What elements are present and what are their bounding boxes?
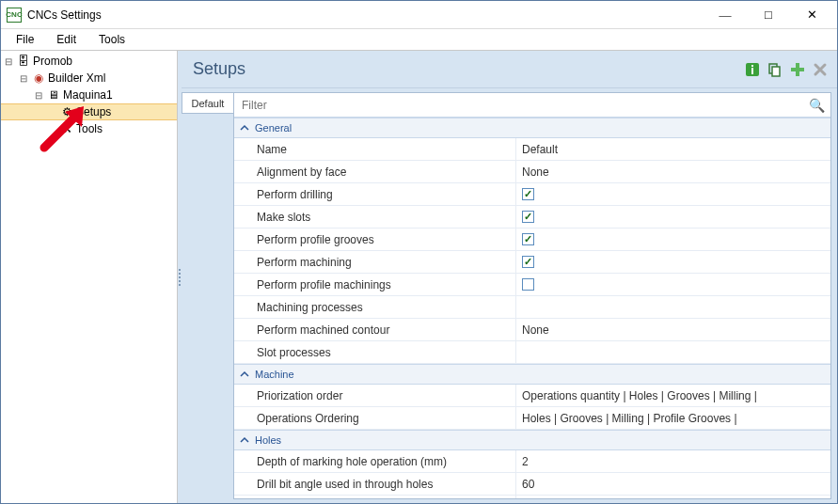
prop-value-contour[interactable]: None	[516, 319, 830, 340]
prop-label: Machining processes	[234, 296, 516, 318]
prop-value-align[interactable]: None	[516, 161, 830, 182]
prop-value-slotproc[interactable]	[516, 341, 830, 363]
prop-label: Perform profile machinings	[234, 274, 516, 295]
tree-label: Setups	[76, 105, 111, 118]
tree-collapse-icon[interactable]: ⊟	[18, 73, 29, 84]
copy-icon	[767, 62, 783, 77]
prop-label: Drill GAP in through hole operation (mm)	[234, 496, 516, 498]
svg-rect-6	[791, 68, 804, 71]
prop-value-name[interactable]: Default	[516, 138, 830, 160]
prop-label: Perform machining	[234, 251, 516, 273]
search-icon[interactable]: 🔍	[809, 98, 825, 113]
svg-rect-4	[772, 67, 780, 76]
prop-label: Make slots	[234, 206, 516, 228]
copy-button[interactable]	[766, 60, 784, 79]
plus-icon	[790, 62, 805, 77]
prop-label: Perform profile grooves	[234, 228, 516, 250]
prop-value-prio[interactable]: Operations quantity | Holes | Grooves | …	[516, 385, 830, 406]
info-button[interactable]	[743, 60, 762, 79]
prop-label: Alignment by face	[234, 161, 516, 182]
property-grid: 🔍 General NameDefault Alignment by faceN…	[233, 92, 831, 499]
delete-button[interactable]	[811, 60, 830, 79]
prop-value-angle[interactable]: 60	[516, 473, 830, 495]
tree-collapse-icon[interactable]: ⊟	[33, 90, 44, 101]
database-icon: 🗄	[16, 55, 31, 68]
svg-rect-1	[751, 65, 753, 67]
filter-input[interactable]	[240, 95, 809, 116]
maximize-button[interactable]: □	[747, 1, 790, 29]
close-button[interactable]: ✕	[790, 1, 833, 29]
app-icon: CNC	[7, 8, 22, 23]
tree-collapse-icon[interactable]: ⊟	[3, 56, 14, 67]
info-icon	[745, 62, 760, 77]
window-title: CNCs Settings	[27, 8, 102, 22]
section-general[interactable]: General	[234, 118, 830, 138]
section-label: Holes	[255, 434, 281, 446]
menu-edit[interactable]: Edit	[45, 30, 87, 49]
prop-value-depth[interactable]: 2	[516, 450, 830, 472]
titlebar: CNC CNCs Settings — □ ✕	[1, 1, 837, 29]
builder-icon: ◉	[31, 71, 46, 85]
prop-label: Depth of marking hole operation (mm)	[234, 450, 516, 472]
prop-label: Drill bit angle used in through holes	[234, 473, 516, 495]
tab-default[interactable]: Default	[182, 92, 233, 114]
machine-icon: 🖥	[46, 88, 61, 102]
tree-node-setups[interactable]: ⚙ Setups	[1, 103, 177, 120]
tree-node-builderxml[interactable]: ⊟ ◉ Builder Xml	[1, 70, 177, 87]
gear-icon: ⚙	[59, 105, 74, 118]
minimize-button[interactable]: —	[704, 1, 747, 29]
x-icon	[813, 62, 828, 77]
tree-label: Builder Xml	[48, 71, 105, 85]
menu-file[interactable]: File	[5, 30, 45, 49]
sidebar-tree: ⊟ 🗄 Promob ⊟ ◉ Builder Xml ⊟ 🖥 Maquina1 …	[1, 51, 178, 503]
chevron-up-icon	[240, 370, 249, 379]
prop-label: Priorization order	[234, 385, 516, 406]
section-holes[interactable]: Holes	[234, 430, 830, 450]
section-machine[interactable]: Machine	[234, 364, 830, 385]
tools-icon: 🛠	[59, 122, 74, 135]
tree-node-promob[interactable]: ⊟ 🗄 Promob	[1, 53, 177, 70]
prop-label: Name	[234, 138, 516, 160]
checkbox-slots[interactable]	[522, 211, 534, 223]
tree-node-tools[interactable]: 🛠 Tools	[1, 120, 177, 137]
prop-value-gap[interactable]: 1	[516, 496, 830, 498]
prop-label: Perform drilling	[234, 183, 516, 205]
chevron-up-icon	[240, 435, 249, 445]
tree-label: Promob	[33, 55, 72, 68]
prop-value-oper[interactable]: Holes | Grooves | Milling | Profile Groo…	[516, 407, 830, 429]
svg-rect-2	[751, 68, 753, 74]
add-button[interactable]	[788, 60, 807, 79]
prop-label: Slot processes	[234, 341, 516, 363]
tree-node-maquina1[interactable]: ⊟ 🖥 Maquina1	[1, 87, 177, 103]
checkbox-drilling[interactable]	[522, 188, 534, 200]
tree-label: Tools	[76, 122, 103, 135]
checkbox-machining[interactable]	[522, 256, 534, 268]
prop-value-machproc[interactable]	[516, 296, 830, 318]
page-title: Setups	[193, 59, 739, 79]
checkbox-grooves[interactable]	[522, 233, 534, 245]
prop-label: Operations Ordering	[234, 407, 516, 429]
tree-label: Maquina1	[63, 88, 113, 102]
section-label: Machine	[255, 369, 294, 380]
section-label: General	[255, 122, 292, 134]
checkbox-profile-machinings[interactable]	[522, 278, 534, 291]
prop-label: Perform machined contour	[234, 319, 516, 340]
menubar: File Edit Tools	[1, 29, 837, 50]
menu-tools[interactable]: Tools	[87, 30, 136, 49]
chevron-up-icon	[240, 123, 249, 133]
